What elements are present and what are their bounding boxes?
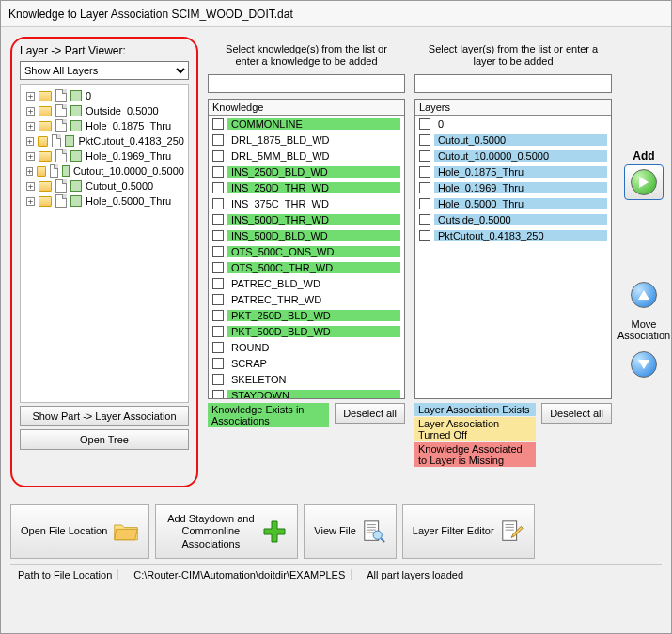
checkbox[interactable] — [419, 118, 430, 130]
open-file-location-button[interactable]: Open File Location — [10, 504, 149, 559]
tree-item[interactable]: +Cutout_0.5000 — [23, 178, 186, 193]
tree-item[interactable]: +Hole_0.5000_Thru — [23, 193, 186, 209]
tree-item[interactable]: +Outside_0.5000 — [23, 103, 186, 118]
checkbox[interactable] — [212, 214, 224, 225]
expand-icon[interactable]: + — [26, 182, 35, 191]
add-button[interactable] — [624, 164, 664, 200]
tree-item[interactable]: +Hole_0.1969_Thru — [23, 148, 186, 163]
knowledge-item-label: SCRAP — [227, 358, 400, 369]
checkbox[interactable] — [212, 390, 224, 400]
layer-item[interactable]: Hole_0.1969_Thru — [415, 179, 611, 195]
sidebar-header: Layer -> Part Viewer: — [20, 44, 189, 57]
knowledge-item[interactable]: ROUND — [209, 339, 404, 355]
knowledge-item[interactable]: DRL_5MM_BLD_WD — [209, 147, 404, 163]
part-tree[interactable]: +0+Outside_0.5000+Hole_0.1875_Thru+PktCu… — [20, 84, 189, 403]
knowledge-item[interactable]: INS_250D_THR_WD — [209, 179, 404, 195]
layer-filter-dropdown[interactable]: Show All Layers — [20, 61, 189, 80]
layer-item[interactable]: PktCutout_0.4183_250 — [415, 227, 611, 243]
checkbox[interactable] — [212, 342, 224, 353]
knowledge-item[interactable]: INS_500D_BLD_WD — [209, 227, 404, 243]
folder-icon — [38, 136, 49, 147]
expand-icon[interactable]: + — [26, 122, 35, 131]
knowledge-item[interactable]: STAYDOWN — [209, 387, 404, 399]
view-file-button[interactable]: View File — [304, 504, 396, 559]
checkbox[interactable] — [212, 326, 224, 337]
show-part-layer-assoc-button[interactable]: Show Part -> Layer Association — [20, 406, 189, 426]
layers-search-input[interactable] — [414, 74, 612, 93]
tree-item[interactable]: +PktCutout_0.4183_250 — [23, 133, 186, 148]
knowledge-item[interactable]: INS_250D_BLD_WD — [209, 163, 404, 179]
layer-item-label: Hole_0.5000_Thru — [434, 198, 607, 209]
layer-filter-editor-button[interactable]: Layer Filter Editor — [402, 504, 535, 559]
checkbox[interactable] — [419, 230, 430, 241]
checkbox[interactable] — [419, 150, 430, 162]
shape-icon — [70, 105, 82, 116]
add-arrow-icon — [631, 169, 657, 195]
checkbox[interactable] — [212, 150, 224, 162]
knowledge-item[interactable]: SCRAP — [209, 355, 404, 371]
checkbox[interactable] — [212, 246, 224, 257]
knowledge-item-label: SKELETON — [227, 374, 400, 385]
shape-icon — [70, 195, 82, 207]
knowledge-item[interactable]: SKELETON — [209, 371, 404, 387]
knowledge-item[interactable]: PKT_250D_BLD_WD — [209, 307, 404, 323]
plus-icon — [261, 518, 288, 545]
expand-icon[interactable]: + — [26, 197, 35, 206]
checkbox[interactable] — [212, 230, 224, 241]
knowledge-item[interactable]: PATREC_THR_WD — [209, 291, 404, 307]
knowledge-item-label: INS_500D_THR_WD — [227, 214, 400, 225]
checkbox[interactable] — [419, 214, 430, 225]
sheet-icon — [55, 194, 67, 208]
expand-icon[interactable]: + — [26, 167, 33, 176]
knowledge-item[interactable]: PATREC_BLD_WD — [209, 275, 404, 291]
knowledge-item[interactable]: COMMONLINE — [209, 116, 404, 131]
knowledge-item[interactable]: INS_375C_THR_WD — [209, 195, 404, 211]
move-down-button[interactable] — [624, 347, 664, 382]
layer-item[interactable]: Outside_0.5000 — [415, 211, 611, 227]
layer-item[interactable]: Hole_0.1875_Thru — [415, 163, 611, 179]
checkbox[interactable] — [212, 166, 224, 178]
add-staydown-commonline-button[interactable]: Add Staydown and Commonline Associations — [155, 504, 298, 559]
checkbox[interactable] — [212, 278, 224, 289]
knowledge-list[interactable]: Knowledge COMMONLINEDRL_1875_BLD_WDDRL_5… — [208, 99, 405, 399]
checkbox[interactable] — [419, 166, 430, 178]
knowledge-deselect-button[interactable]: Deselect all — [335, 403, 405, 424]
knowledge-item[interactable]: PKT_500D_BLD_WD — [209, 323, 404, 339]
checkbox[interactable] — [212, 374, 224, 385]
checkbox[interactable] — [419, 134, 430, 146]
layer-item[interactable]: Cutout_10.0000_0.5000 — [415, 147, 611, 163]
layer-item[interactable]: Cutout_0.5000 — [415, 131, 611, 147]
expand-icon[interactable]: + — [26, 107, 35, 116]
layers-list[interactable]: Layers 0Cutout_0.5000Cutout_10.0000_0.50… — [414, 99, 612, 399]
tree-item[interactable]: +Cutout_10.0000_0.5000 — [23, 163, 186, 178]
checkbox[interactable] — [212, 294, 224, 305]
expand-icon[interactable]: + — [26, 152, 35, 161]
move-up-button[interactable] — [624, 277, 664, 313]
knowledge-item[interactable]: INS_500D_THR_WD — [209, 211, 404, 227]
knowledge-item[interactable]: OTS_500C_THR_WD — [209, 259, 404, 275]
checkbox[interactable] — [212, 262, 224, 273]
folder-icon — [37, 166, 46, 177]
checkbox[interactable] — [212, 310, 224, 321]
checkbox[interactable] — [212, 182, 224, 193]
folder-icon — [39, 106, 52, 116]
layer-item[interactable]: Hole_0.5000_Thru — [415, 195, 611, 211]
knowledge-search-input[interactable] — [208, 74, 405, 93]
checkbox[interactable] — [212, 118, 224, 130]
expand-icon[interactable]: + — [26, 92, 35, 101]
knowledge-item[interactable]: DRL_1875_BLD_WD — [209, 131, 404, 147]
layers-deselect-button[interactable]: Deselect all — [541, 403, 612, 424]
tree-item[interactable]: +0 — [23, 88, 186, 103]
checkbox[interactable] — [212, 198, 224, 209]
knowledge-item-label: OTS_500C_THR_WD — [227, 262, 400, 273]
tree-item[interactable]: +Hole_0.1875_Thru — [23, 118, 186, 133]
knowledge-item[interactable]: OTS_500C_ONS_WD — [209, 243, 404, 259]
checkbox[interactable] — [419, 198, 430, 209]
document-pencil-icon — [500, 519, 524, 544]
expand-icon[interactable]: + — [26, 137, 34, 146]
layer-item[interactable]: 0 — [415, 116, 611, 131]
checkbox[interactable] — [419, 182, 430, 193]
checkbox[interactable] — [212, 358, 224, 369]
open-tree-button[interactable]: Open Tree — [20, 429, 189, 450]
checkbox[interactable] — [212, 134, 224, 146]
